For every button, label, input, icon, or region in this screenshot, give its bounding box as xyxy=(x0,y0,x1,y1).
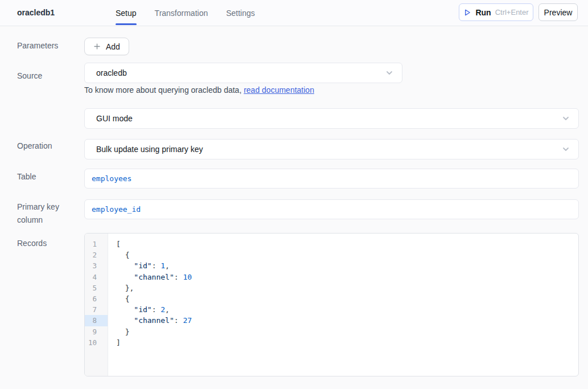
parameters-label: Parameters xyxy=(17,39,58,52)
tab-setup[interactable]: Setup xyxy=(116,0,137,26)
code-line[interactable]: [ xyxy=(116,239,578,249)
chevron-down-icon xyxy=(561,145,570,154)
code-line[interactable]: { xyxy=(116,249,578,260)
line-number: 5 xyxy=(85,282,108,293)
primary-key-input[interactable]: employee_id xyxy=(84,199,579,219)
line-number: 8 xyxy=(85,315,108,326)
table-input-value: employees xyxy=(92,174,131,183)
line-number: 1 xyxy=(85,239,108,249)
operation-select-value: Bulk update using primary key xyxy=(96,145,203,154)
query-editor-header: oracledb1 Setup Transformation Settings … xyxy=(0,0,588,26)
code-line[interactable]: ] xyxy=(116,337,578,348)
code-line[interactable]: { xyxy=(116,293,578,304)
line-number: 3 xyxy=(85,260,108,271)
preview-button-label: Preview xyxy=(544,8,573,17)
code-line[interactable]: } xyxy=(116,326,578,337)
line-number: 10 xyxy=(85,337,108,348)
code-line[interactable]: "channel": 10 xyxy=(116,272,578,282)
primary-key-label: Primary key column xyxy=(17,200,69,227)
tab-settings[interactable]: Settings xyxy=(226,0,255,26)
mode-select-value: GUI mode xyxy=(96,114,133,123)
run-button[interactable]: Run Ctrl+Enter xyxy=(459,3,533,21)
chevron-down-icon xyxy=(561,114,570,123)
play-icon xyxy=(463,9,471,17)
code-line[interactable]: "id": 1, xyxy=(116,260,578,271)
mode-select[interactable]: GUI mode xyxy=(84,108,579,129)
add-parameter-label: Add xyxy=(106,42,120,51)
add-parameter-button[interactable]: Add xyxy=(84,38,129,55)
read-documentation-link[interactable]: read documentation xyxy=(244,85,314,95)
tab-transformation[interactable]: Transformation xyxy=(155,0,208,26)
code-line[interactable]: "channel": 27 xyxy=(116,315,578,326)
records-label: Records xyxy=(17,237,47,250)
line-number: 7 xyxy=(85,304,108,315)
tab-bar: Setup Transformation Settings xyxy=(116,0,255,26)
operation-select[interactable]: Bulk update using primary key xyxy=(84,139,579,159)
records-code-editor[interactable]: 12345678910 [ { "id": 1, "channel": 10 }… xyxy=(84,233,579,376)
source-label: Source xyxy=(17,69,42,83)
preview-button[interactable]: Preview xyxy=(538,3,578,21)
table-input[interactable]: employees xyxy=(84,169,579,189)
line-number: 9 xyxy=(85,326,108,337)
primary-key-input-value: employee_id xyxy=(92,205,141,214)
table-label: Table xyxy=(17,170,36,183)
line-number: 2 xyxy=(85,249,108,260)
run-shortcut: Ctrl+Enter xyxy=(495,8,529,17)
source-select[interactable]: oracledb xyxy=(84,63,402,83)
line-number: 6 xyxy=(85,293,108,304)
plus-icon xyxy=(93,43,101,50)
code-line[interactable]: }, xyxy=(116,282,578,293)
source-helper-text: To know more about querying oracledb dat… xyxy=(84,85,314,95)
editor-gutter: 12345678910 xyxy=(85,234,108,376)
source-select-value: oracledb xyxy=(96,68,127,77)
editor-code[interactable]: [ { "id": 1, "channel": 10 }, { "id": 2,… xyxy=(108,234,578,376)
run-button-label: Run xyxy=(475,8,491,17)
operation-label: Operation xyxy=(17,140,52,153)
query-name[interactable]: oracledb1 xyxy=(17,8,55,17)
chevron-down-icon xyxy=(385,68,394,77)
line-number: 4 xyxy=(85,272,108,282)
code-line[interactable]: "id": 2, xyxy=(116,304,578,315)
